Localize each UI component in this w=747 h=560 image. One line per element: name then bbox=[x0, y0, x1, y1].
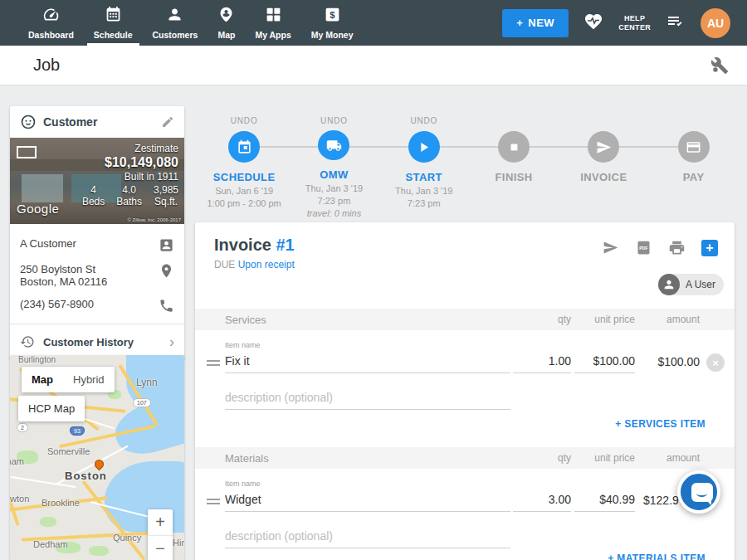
add-invoice-button[interactable]: + bbox=[701, 240, 718, 256]
undo-omw-button[interactable]: UNDO bbox=[320, 116, 348, 125]
baths-value: 4.0 bbox=[116, 184, 142, 196]
svg-text:PDF: PDF bbox=[639, 246, 648, 251]
step-invoice: INVOICE bbox=[559, 116, 648, 220]
chat-launcher-button[interactable] bbox=[677, 470, 720, 514]
material-description-input[interactable] bbox=[225, 523, 510, 548]
material-item-name-input[interactable] bbox=[225, 487, 510, 512]
sqft-value: 3,985 bbox=[154, 184, 178, 196]
nav-my-apps-label: My Apps bbox=[255, 30, 290, 40]
location-pin-icon[interactable] bbox=[159, 263, 174, 279]
zoom-out-button[interactable]: − bbox=[148, 536, 173, 560]
service-item-name-input[interactable] bbox=[225, 348, 510, 373]
customer-address: 250 Boylston StBoston, MA 02116 bbox=[20, 263, 107, 288]
zoom-in-button[interactable]: + bbox=[148, 509, 173, 535]
unit-price-column-header: unit price bbox=[594, 452, 635, 464]
user-avatar[interactable]: AU bbox=[701, 8, 730, 38]
service-unit-price-input[interactable] bbox=[574, 348, 635, 373]
hcp-map-button[interactable]: HCP Map bbox=[18, 396, 85, 421]
dollar-icon: $ bbox=[324, 6, 341, 27]
address-line1: 250 Boylston St bbox=[20, 263, 95, 275]
truck-icon bbox=[326, 138, 342, 153]
assignee-chip[interactable]: A User bbox=[658, 274, 724, 295]
services-section-title: Services bbox=[225, 314, 266, 326]
omw-date: Thu, Jan 3 '19 bbox=[305, 183, 363, 193]
customer-card: Customer Zestimate $10,149,080 Built in … bbox=[10, 106, 184, 359]
unit-price-column-header: unit price bbox=[594, 314, 635, 325]
map-label-somerville: Somerville bbox=[47, 446, 90, 456]
nav-my-money[interactable]: $ My Money bbox=[301, 0, 364, 46]
service-qty-input[interactable] bbox=[513, 348, 571, 373]
chevron-right-icon: › bbox=[169, 336, 174, 348]
checklist-icon[interactable] bbox=[666, 12, 686, 35]
help-center-link[interactable]: HELP CENTER bbox=[618, 14, 651, 32]
add-materials-item-link[interactable]: + MATERIALS ITEM bbox=[608, 553, 706, 560]
material-unit-price-input[interactable] bbox=[574, 487, 635, 512]
tools-icon[interactable] bbox=[710, 56, 729, 75]
customer-history-row[interactable]: Customer History › bbox=[10, 324, 184, 359]
invoice-number: #1 bbox=[276, 236, 294, 254]
map-widget[interactable]: 107 2 93 Burlington Lynn Somerville Walt… bbox=[10, 355, 184, 560]
nav-schedule[interactable]: Schedule bbox=[84, 0, 143, 46]
zestimate-block: Zestimate $10,149,080 Built in 1911 4Bed… bbox=[82, 143, 178, 207]
invoice-step-button[interactable] bbox=[588, 131, 619, 163]
finish-step-button[interactable] bbox=[498, 131, 530, 163]
streetview-icon[interactable] bbox=[17, 146, 37, 158]
contact-card-icon[interactable] bbox=[159, 237, 174, 253]
send-icon[interactable] bbox=[602, 239, 619, 256]
finish-step-label: FINISH bbox=[496, 171, 533, 183]
edit-icon[interactable] bbox=[161, 115, 174, 129]
material-qty-input[interactable] bbox=[513, 487, 571, 512]
nav-dashboard[interactable]: Dashboard bbox=[18, 0, 84, 46]
undo-start-button[interactable]: UNDO bbox=[410, 116, 437, 126]
invoice-actions: PDF + bbox=[602, 239, 718, 256]
add-services-item-link[interactable]: + SERVICES ITEM bbox=[615, 418, 706, 430]
top-nav: Dashboard Schedule Customers Map My Apps… bbox=[0, 0, 747, 46]
play-icon bbox=[416, 139, 432, 155]
property-stats: 4Beds 4.0Baths 3,985Sq.ft. bbox=[82, 184, 178, 207]
route-107-shield: 107 bbox=[133, 398, 151, 407]
sqft-label: Sq.ft. bbox=[154, 196, 178, 207]
map-type-map-button[interactable]: Map bbox=[22, 367, 63, 392]
customer-card-header: Customer bbox=[10, 106, 184, 138]
undo-schedule-button[interactable]: UNDO bbox=[231, 116, 258, 126]
page-header: Job bbox=[0, 46, 747, 85]
invoice-title-text: Invoice bbox=[214, 236, 271, 254]
help-line2: CENTER bbox=[618, 23, 651, 32]
omw-step-button[interactable] bbox=[318, 130, 349, 160]
start-step-button[interactable] bbox=[408, 131, 440, 163]
materials-section-title: Materials bbox=[225, 452, 269, 465]
due-value-link[interactable]: Upon receipt bbox=[238, 259, 295, 270]
drag-handle[interactable] bbox=[207, 499, 220, 507]
map-zoom-control: + − bbox=[148, 509, 173, 560]
customer-history-label: Customer History bbox=[43, 336, 134, 348]
customer-card-title: Customer bbox=[43, 115, 97, 129]
property-photo[interactable]: Zestimate $10,149,080 Built in 1911 4Bed… bbox=[10, 138, 184, 224]
phone-icon[interactable] bbox=[159, 298, 174, 314]
service-description-input[interactable] bbox=[225, 385, 510, 410]
omw-step-label: OMW bbox=[320, 168, 348, 181]
delete-service-item-button[interactable]: × bbox=[706, 353, 725, 372]
nav-customers[interactable]: Customers bbox=[143, 0, 208, 46]
schedule-step-label: SCHEDULE bbox=[213, 171, 276, 183]
schedule-step-button[interactable] bbox=[228, 131, 260, 163]
map-park bbox=[89, 546, 109, 556]
start-date: Thu, Jan 3 '19 bbox=[395, 186, 452, 196]
omw-step-dates: Thu, Jan 3 '197:23 pmtravel: 0 mins bbox=[305, 183, 363, 220]
plus-icon: + bbox=[516, 17, 523, 29]
materials-header-band: Materials qty unit price amount bbox=[195, 447, 735, 469]
nav-my-apps[interactable]: My Apps bbox=[245, 0, 300, 46]
heart-pulse-icon[interactable] bbox=[583, 12, 603, 35]
new-button[interactable]: + NEW bbox=[502, 9, 569, 37]
nav-customers-label: Customers bbox=[153, 30, 198, 40]
nav-schedule-label: Schedule bbox=[94, 30, 133, 40]
print-icon[interactable] bbox=[668, 239, 686, 256]
schedule-time: 1:00 pm - 2:00 pm bbox=[208, 198, 281, 208]
pay-step-button[interactable] bbox=[678, 131, 710, 163]
beds-value: 4 bbox=[82, 184, 105, 196]
pdf-icon[interactable]: PDF bbox=[635, 239, 652, 256]
schedule-step-dates: Sun, Jan 6 '191:00 pm - 2:00 pm bbox=[208, 185, 281, 210]
map-label-brookline: Brookline bbox=[42, 498, 80, 508]
nav-map[interactable]: Map bbox=[208, 0, 245, 46]
map-type-hybrid-button[interactable]: Hybrid bbox=[63, 367, 115, 392]
drag-handle[interactable] bbox=[207, 360, 220, 368]
